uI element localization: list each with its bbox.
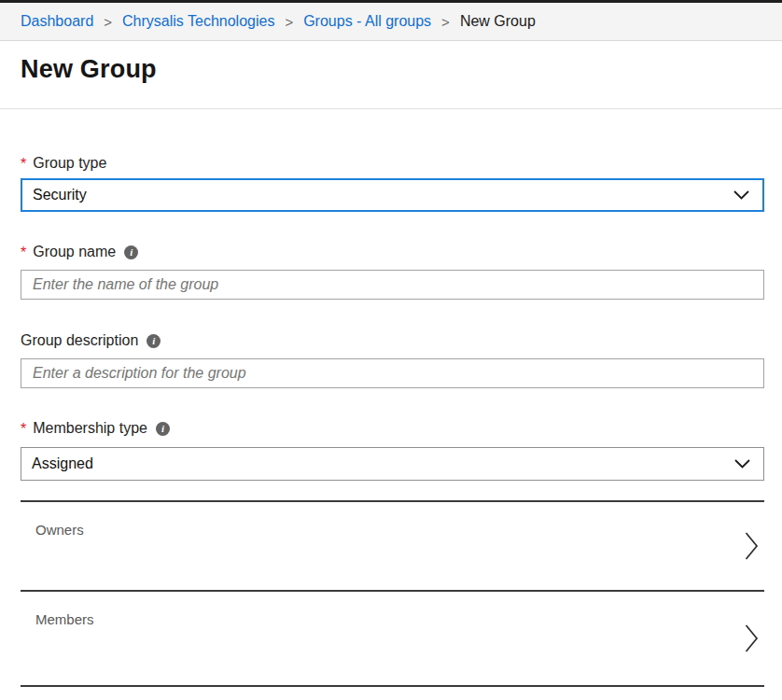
group-type-selected-value: Security	[33, 187, 87, 203]
group-name-input[interactable]	[21, 270, 764, 300]
owners-row[interactable]: Owners	[21, 502, 764, 590]
membership-type-select[interactable]: Assigned	[21, 447, 764, 481]
membership-type-label-text: Membership type	[33, 419, 147, 438]
required-asterisk: *	[21, 155, 26, 174]
breadcrumb-link-directory[interactable]: Chrysalis Technologies	[122, 13, 274, 30]
chevron-right-icon	[745, 531, 759, 561]
breadcrumb-separator: >	[104, 14, 112, 30]
required-asterisk: *	[21, 244, 26, 262]
section-divider	[21, 685, 764, 687]
breadcrumb-link-dashboard[interactable]: Dashboard	[21, 13, 93, 30]
new-group-form: * Group type Security * Group name i Gro…	[0, 154, 782, 687]
group-name-label-text: Group name	[33, 243, 116, 261]
title-divider	[0, 108, 782, 109]
group-description-input[interactable]	[21, 358, 764, 388]
members-label: Members	[35, 611, 94, 627]
breadcrumb-link-groups[interactable]: Groups - All groups	[303, 13, 431, 30]
members-row[interactable]: Members	[21, 592, 764, 685]
group-description-label-text: Group description	[21, 331, 138, 350]
breadcrumb-separator: >	[285, 14, 293, 30]
breadcrumb: Dashboard > Chrysalis Technologies > Gro…	[0, 3, 782, 41]
breadcrumb-separator: >	[441, 14, 450, 30]
owners-label: Owners	[35, 522, 84, 538]
group-type-label: * Group type	[21, 154, 764, 173]
group-type-label-text: Group type	[33, 154, 106, 173]
group-description-label: Group description i	[21, 331, 764, 350]
info-icon[interactable]: i	[124, 245, 138, 259]
chevron-right-icon	[745, 623, 759, 653]
required-asterisk: *	[21, 420, 26, 439]
info-icon[interactable]: i	[156, 422, 170, 436]
breadcrumb-current-page: New Group	[460, 13, 536, 30]
membership-type-label: * Membership type i	[21, 419, 764, 438]
chevron-down-icon	[734, 459, 750, 469]
chevron-down-icon	[733, 190, 749, 200]
picker-sections: Owners Members	[21, 500, 764, 687]
membership-type-selected-value: Assigned	[32, 455, 93, 472]
info-icon[interactable]: i	[147, 334, 161, 348]
page-title: New Group	[21, 54, 782, 84]
group-name-label: * Group name i	[21, 243, 764, 261]
group-type-select[interactable]: Security	[21, 178, 764, 212]
